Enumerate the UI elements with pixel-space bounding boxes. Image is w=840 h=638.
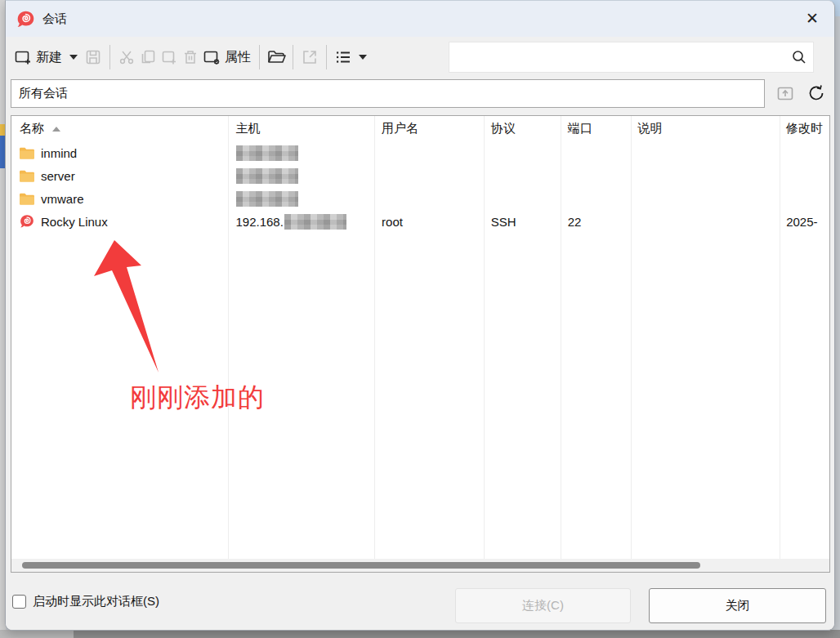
connect-button[interactable]: 连接(C) bbox=[455, 588, 631, 623]
blurred-host-mask bbox=[236, 191, 298, 207]
row-folder-icon bbox=[18, 190, 36, 207]
column-header-modified[interactable]: 修改时 bbox=[778, 121, 829, 136]
toolbar-separator bbox=[109, 45, 110, 69]
scrollbar-thumb[interactable] bbox=[22, 562, 700, 569]
new-session-dropdown[interactable] bbox=[65, 42, 83, 72]
table-body: inmind server bbox=[11, 141, 829, 233]
new-session-label: 新建 bbox=[34, 49, 65, 66]
session-name: server bbox=[41, 169, 75, 183]
session-port: 22 bbox=[560, 215, 630, 229]
new-session-icon bbox=[12, 47, 34, 68]
column-header-name[interactable]: 名称 bbox=[11, 121, 227, 136]
column-header-host[interactable]: 主机 bbox=[227, 121, 373, 136]
show-on-startup-checkbox[interactable]: 启动时显示此对话框(S) bbox=[12, 594, 159, 609]
toolbar-separator bbox=[293, 45, 293, 69]
toolbar: 新建 bbox=[6, 37, 834, 78]
column-header-user[interactable]: 用户名 bbox=[373, 121, 483, 136]
show-on-startup-label: 启动时显示此对话框(S) bbox=[33, 594, 159, 609]
copy-icon bbox=[137, 47, 159, 68]
chevron-down-icon bbox=[359, 55, 367, 60]
open-external-button[interactable] bbox=[299, 42, 320, 72]
properties-icon bbox=[201, 47, 222, 68]
session-user: root bbox=[373, 215, 483, 229]
close-button[interactable]: 关闭 bbox=[649, 588, 826, 623]
path-bar bbox=[6, 78, 834, 110]
blurred-host-mask bbox=[284, 214, 346, 230]
session-host: 192.168. bbox=[235, 215, 283, 229]
desktop-fragment bbox=[0, 630, 840, 638]
checkbox-icon bbox=[12, 595, 26, 609]
session-table: 名称主机用户名协议端口说明修改时 inmind bbox=[11, 115, 830, 573]
window-close-icon[interactable]: ✕ bbox=[797, 4, 828, 32]
title-bar: 会话 ✕ bbox=[6, 1, 834, 37]
sort-ascending-icon bbox=[52, 127, 60, 132]
chevron-down-icon bbox=[69, 55, 78, 60]
scissors-icon bbox=[116, 47, 137, 68]
list-view-icon bbox=[333, 47, 354, 68]
paste-button[interactable] bbox=[159, 42, 180, 72]
blurred-host-mask bbox=[236, 145, 298, 161]
view-mode-dropdown[interactable] bbox=[354, 42, 372, 72]
paste-icon bbox=[159, 47, 180, 68]
session-name: vmware bbox=[41, 192, 84, 206]
session-protocol: SSH bbox=[483, 215, 560, 229]
session-name: Rocky Linux bbox=[41, 215, 108, 229]
toolbar-separator bbox=[326, 45, 327, 69]
table-row[interactable]: vmware bbox=[11, 187, 829, 210]
column-header-description[interactable]: 说明 bbox=[629, 121, 778, 136]
xshell-logo-icon bbox=[16, 9, 36, 29]
column-header-protocol[interactable]: 协议 bbox=[483, 121, 560, 136]
copy-button[interactable] bbox=[137, 42, 159, 72]
table-header-row: 名称主机用户名协议端口说明修改时 bbox=[11, 116, 829, 141]
view-mode-button[interactable] bbox=[333, 42, 354, 72]
new-session-button[interactable]: 新建 bbox=[12, 42, 65, 72]
table-row[interactable]: server bbox=[11, 164, 829, 187]
table-row[interactable]: Rocky Linux 192.168. root SSH 22 2025- bbox=[11, 210, 829, 233]
blurred-host-mask bbox=[236, 168, 298, 184]
window-title: 会话 bbox=[42, 11, 67, 27]
cut-button[interactable] bbox=[116, 42, 137, 72]
session-path-input[interactable] bbox=[11, 79, 765, 108]
row-session-icon bbox=[18, 213, 36, 230]
folder-open-icon bbox=[266, 47, 287, 68]
new-folder-button[interactable] bbox=[266, 42, 287, 72]
folder-up-button[interactable] bbox=[772, 80, 798, 106]
row-folder-icon bbox=[18, 145, 36, 161]
save-icon bbox=[83, 47, 104, 68]
session-modified: 2025- bbox=[778, 215, 829, 229]
search-box bbox=[449, 42, 814, 73]
delete-button[interactable] bbox=[180, 42, 201, 72]
column-header-port[interactable]: 端口 bbox=[560, 121, 630, 136]
session-name: inmind bbox=[41, 146, 77, 160]
properties-label: 属性 bbox=[222, 49, 253, 66]
sessions-dialog: 会话 ✕ 新建 bbox=[5, 0, 835, 631]
save-button[interactable] bbox=[83, 42, 104, 72]
table-row[interactable]: inmind bbox=[11, 141, 829, 164]
horizontal-scrollbar[interactable] bbox=[11, 559, 829, 572]
refresh-button[interactable] bbox=[803, 80, 829, 106]
properties-button[interactable]: 属性 bbox=[201, 42, 253, 72]
toolbar-separator bbox=[259, 45, 260, 69]
trash-icon bbox=[180, 47, 201, 68]
search-icon[interactable] bbox=[785, 48, 813, 66]
footer: 启动时显示此对话框(S) 连接(C) 关闭 bbox=[6, 573, 834, 631]
row-folder-icon bbox=[18, 167, 36, 184]
open-external-icon bbox=[299, 47, 320, 68]
search-input[interactable] bbox=[449, 42, 785, 72]
